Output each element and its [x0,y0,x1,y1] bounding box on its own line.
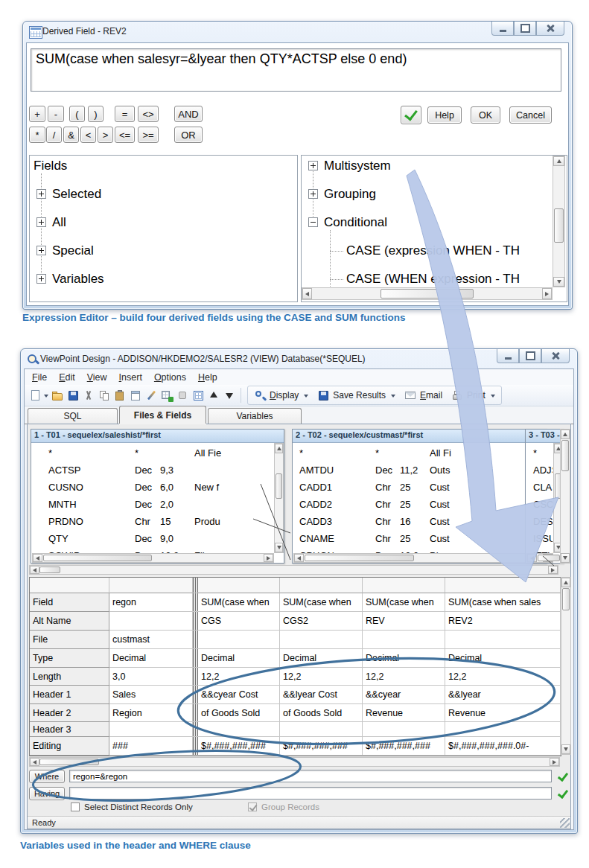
grid-cell[interactable] [280,631,363,649]
scroll-thumb[interactable] [305,555,414,561]
toolbar-cut-button[interactable] [81,387,97,403]
grid-cell[interactable]: Decimal [363,649,445,668]
having-button[interactable]: Having [29,787,65,800]
toolbar-move-down-button[interactable] [222,387,238,403]
field-row[interactable]: CSOI [526,497,553,514]
scroll-thumb[interactable] [562,588,570,610]
grid-hscroll[interactable] [29,757,560,767]
tab-files-and-fields[interactable]: Files & Fields [119,406,206,424]
panel-vscroll[interactable] [274,443,284,553]
toolbar-edit-form-button[interactable] [128,387,144,403]
pane-divider[interactable] [193,668,198,686]
scroll-left-button[interactable] [527,554,537,562]
tree-item-conditional[interactable]: Conditional [324,214,387,232]
pane-divider[interactable] [193,631,198,649]
field-row[interactable]: QTYDec9,0 [32,532,273,549]
expand-plus-icon[interactable] [36,246,46,255]
files-area-vscroll[interactable] [560,429,570,564]
scroll-down-button[interactable] [553,277,564,287]
having-input[interactable] [69,787,552,800]
toolbar-new-document-button[interactable] [28,387,50,403]
grid-cell[interactable] [445,631,561,649]
where-button[interactable]: Where [29,770,65,783]
operator-button-plus[interactable]: + [29,106,45,122]
grid-cell[interactable]: $#,###,###,###.0#- [445,737,561,756]
grid-cell[interactable]: ### [109,737,193,756]
scroll-up-button[interactable] [553,156,564,166]
grid-cell[interactable] [198,631,280,649]
field-row[interactable]: MNTHDec2,0 [32,497,273,514]
toolbar-open-folder-button[interactable] [50,387,66,403]
scroll-left-button[interactable] [302,288,312,299]
scroll-down-button[interactable] [561,553,570,563]
grid-cell[interactable]: of Goods Sold [280,704,363,722]
field-row[interactable]: CADD1Chr25Cust [293,480,535,497]
grid-cell[interactable] [445,722,561,737]
menu-help[interactable]: Help [192,371,223,384]
operator-button-concat[interactable]: & [63,127,79,143]
grid-cell[interactable]: Sales [109,686,193,704]
field-row[interactable]: DESC [526,514,553,532]
tree-item-case-2[interactable]: CASE (WHEN expression - TH [346,270,520,288]
design-titlebar[interactable]: ViewPoint Design - ADDISON/HKDEMO2/SALES… [21,349,577,369]
grid-cell[interactable]: SUM(case when [280,593,363,612]
field-row[interactable]: CADD3Chr16Cust [293,514,535,532]
ok-button[interactable]: OK [471,106,500,124]
grid-cell[interactable]: Decimal [280,649,363,668]
grid-cell[interactable]: CGS2 [280,612,363,631]
panel-hscroll[interactable] [526,553,553,563]
grid-cell[interactable]: 3,0 [109,668,193,686]
file-panel-title[interactable]: 2 - T02 - sequelex/custmast/*first [293,430,546,443]
tab-sql[interactable]: SQL [28,408,118,424]
grid-cell[interactable] [109,722,193,737]
grid-cell[interactable]: REV [363,612,445,631]
grid-cell[interactable]: 12,2 [280,668,363,686]
scroll-thumb[interactable] [276,473,282,499]
menu-edit[interactable]: Edit [53,371,81,384]
scroll-left-button[interactable] [33,554,42,562]
toolbar-add-table-button[interactable] [159,387,175,403]
scroll-down-button[interactable] [561,744,570,754]
file-panel-title[interactable]: 3 - T03 - [526,430,563,443]
validate-button[interactable] [401,106,421,124]
field-row[interactable]: CUSNODec6,0New f [32,480,273,497]
pane-divider[interactable] [193,593,198,612]
menu-insert[interactable]: Insert [113,371,148,384]
files-area-hscroll[interactable] [29,565,558,575]
grid-cell[interactable]: $#,###,###,### [198,737,280,756]
toolbar-save-button[interactable] [66,387,81,403]
operator-button-multiply[interactable]: * [29,127,45,143]
pane-divider[interactable] [193,737,198,756]
tree-item-selected[interactable]: Selected [52,185,101,203]
expand-plus-icon[interactable] [36,217,46,227]
grid-cell[interactable]: &&lyear Cost [280,686,363,704]
pane-divider[interactable] [193,649,198,668]
toolbar-paste-button[interactable] [112,387,128,403]
operator-button-close-paren[interactable]: ) [88,106,104,122]
grid-cell[interactable]: REV2 [445,612,561,631]
pane-divider[interactable] [193,722,198,737]
scroll-thumb[interactable] [43,555,152,561]
pane-divider[interactable] [193,704,198,722]
toolbar-move-up-button[interactable] [206,387,222,403]
operator-button-greater-equal[interactable]: >= [138,127,159,143]
grid-cell[interactable]: $#,###,###,### [363,737,445,756]
tab-variables[interactable]: Variables [208,408,302,424]
operator-button-and[interactable]: AND [174,106,203,122]
grid-cell[interactable]: $#,###,###,### [280,737,363,756]
operator-button-divide[interactable]: / [46,127,62,143]
grid-cell[interactable]: CGS [198,612,280,631]
pane-divider[interactable] [193,686,198,704]
functions-tree-vscroll[interactable] [553,156,565,287]
functions-tree-hscroll[interactable] [302,287,553,300]
toolbar-pencil-button[interactable] [144,387,159,403]
operator-button-minus[interactable]: - [48,106,64,122]
operator-button-not-equal[interactable]: <> [138,106,159,122]
grid-cell[interactable]: &&lyear [445,686,561,704]
panel-hscroll[interactable] [293,553,536,563]
grid-cell[interactable]: Decimal [445,649,561,668]
operator-button-less-than[interactable]: < [80,127,96,143]
toolbar-display-button[interactable]: Display [249,388,313,403]
grid-cell[interactable]: Decimal [198,649,280,668]
scroll-left-button[interactable] [30,566,39,574]
